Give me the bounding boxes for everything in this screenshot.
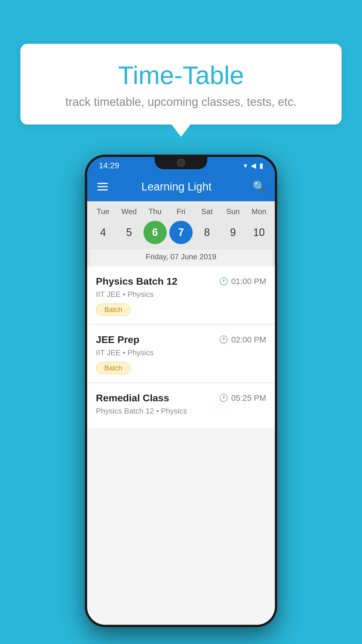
clock-icon-3: 🕐	[219, 393, 228, 402]
schedule-list: Physics Batch 12 🕐 01:00 PM IIT JEE • Ph…	[87, 266, 275, 625]
app-title: Learning Light	[118, 181, 235, 193]
day-label-mon: Mon	[247, 207, 270, 216]
phone-screen: 14:29 ▾ ◀ ▮ Learning Light 🔍	[87, 157, 275, 625]
app-bar: Learning Light 🔍	[87, 172, 275, 201]
item-header-2: JEE Prep 🕐 02:00 PM	[96, 334, 266, 345]
item-header-1: Physics Batch 12 🕐 01:00 PM	[96, 276, 266, 287]
day-label-fri: Fri	[169, 207, 193, 216]
item-subtitle-1: IIT JEE • Physics	[96, 290, 266, 299]
item-time-2: 🕐 02:00 PM	[219, 335, 266, 344]
selected-date-label: Friday, 07 June 2019	[90, 249, 272, 266]
item-time-value-3: 05:25 PM	[231, 393, 266, 403]
speech-bubble-area: Time-Table track timetable, upcoming cla…	[20, 44, 342, 125]
hamburger-icon[interactable]	[96, 181, 109, 192]
day-7-selected[interactable]: 7	[169, 221, 193, 244]
batch-tag-1: Batch	[96, 304, 131, 316]
phone-mockup: 14:29 ▾ ◀ ▮ Learning Light 🔍	[85, 155, 277, 627]
front-camera	[177, 159, 185, 167]
clock-icon-1: 🕐	[219, 277, 228, 286]
schedule-item-1[interactable]: Physics Batch 12 🕐 01:00 PM IIT JEE • Ph…	[87, 267, 275, 324]
item-subtitle-3: Physics Batch 12 • Physics	[96, 407, 266, 416]
day-4[interactable]: 4	[92, 221, 115, 244]
phone-outer: 14:29 ▾ ◀ ▮ Learning Light 🔍	[85, 155, 277, 627]
item-title-2: JEE Prep	[96, 334, 139, 345]
item-time-1: 🕐 01:00 PM	[219, 277, 266, 286]
item-header-3: Remedial Class 🕐 05:25 PM	[96, 392, 266, 404]
day-label-wed: Wed	[117, 207, 141, 216]
day-label-thu: Thu	[143, 207, 167, 216]
item-title-1: Physics Batch 12	[96, 276, 178, 287]
search-icon[interactable]: 🔍	[252, 180, 266, 193]
day-5[interactable]: 5	[117, 221, 141, 244]
status-icons: ▾ ◀ ▮	[244, 162, 263, 170]
bubble-subtitle: track timetable, upcoming classes, tests…	[44, 95, 318, 108]
schedule-item-3[interactable]: Remedial Class 🕐 05:25 PM Physics Batch …	[87, 384, 275, 429]
day-label-tue: Tue	[92, 207, 115, 216]
speech-bubble: Time-Table track timetable, upcoming cla…	[20, 44, 342, 125]
bubble-title: Time-Table	[44, 61, 318, 90]
phone-notch	[155, 155, 207, 169]
item-time-3: 🕐 05:25 PM	[219, 393, 266, 403]
day-8[interactable]: 8	[195, 221, 219, 244]
day-label-sat: Sat	[195, 207, 219, 216]
calendar-strip: Tue Wed Thu Fri Sat Sun Mon 4 5 6 7 8 9 …	[87, 201, 275, 266]
day-6-today[interactable]: 6	[143, 221, 167, 244]
battery-icon: ▮	[259, 162, 263, 170]
signal-icon: ◀	[251, 162, 256, 170]
day-10[interactable]: 10	[247, 221, 270, 244]
schedule-item-2[interactable]: JEE Prep 🕐 02:00 PM IIT JEE • Physics Ba…	[87, 325, 275, 383]
wifi-icon: ▾	[244, 162, 247, 170]
clock-icon-2: 🕐	[219, 335, 228, 344]
item-time-value-1: 01:00 PM	[231, 277, 266, 286]
day-headers: Tue Wed Thu Fri Sat Sun Mon	[90, 207, 272, 216]
day-label-sun: Sun	[221, 207, 245, 216]
day-numbers: 4 5 6 7 8 9 10	[90, 221, 272, 244]
day-9[interactable]: 9	[221, 221, 245, 244]
item-time-value-2: 02:00 PM	[231, 335, 266, 344]
item-title-3: Remedial Class	[96, 392, 169, 404]
item-subtitle-2: IIT JEE • Physics	[96, 348, 266, 357]
batch-tag-2: Batch	[96, 362, 131, 374]
status-time: 14:29	[99, 161, 119, 170]
